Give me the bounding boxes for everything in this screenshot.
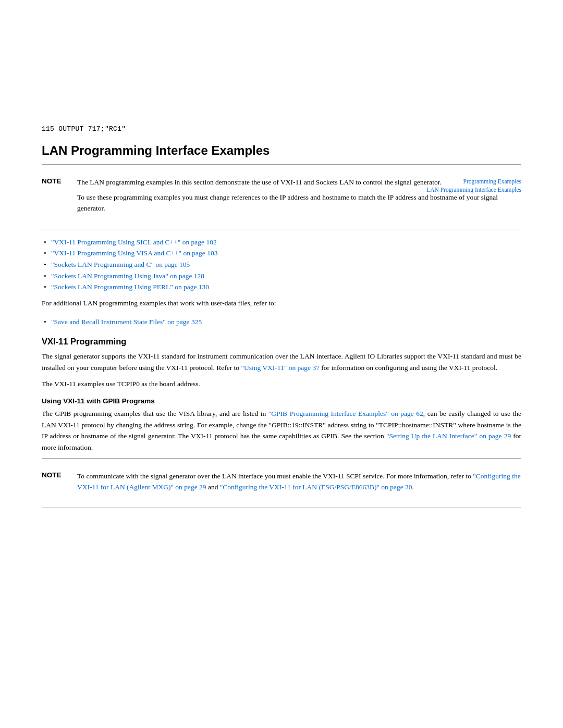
subsection-body1-end: for information on configuring and using… <box>320 364 497 372</box>
vxi11-link[interactable]: "Using VXI-11" on page 37 <box>241 364 320 372</box>
breadcrumb: Programming Examples LAN Programming Int… <box>426 177 521 194</box>
subsection-body1: The signal generator supports the VXI-11… <box>42 351 521 373</box>
divider-1 <box>42 164 521 165</box>
main-content: 115 OUTPUT 717;"RC1" LAN Programming Int… <box>0 94 563 547</box>
link-list: "VXI-11 Programming Using SICL and C++" … <box>42 237 521 293</box>
gpib-link1[interactable]: "GPIB Programming Interface Examples" on… <box>268 410 423 417</box>
note-box-2: NOTE To communicate with the signal gene… <box>42 466 521 502</box>
sub-subsection-title: Using VXI-11 with GPIB Programs <box>42 397 521 405</box>
divider-2 <box>42 229 521 229</box>
gpib-body: The GPIB programming examples that use t… <box>42 408 521 453</box>
code-line: 115 OUTPUT 717;"RC1" <box>42 125 521 133</box>
breadcrumb-level2: LAN Programming Interface Examples <box>426 186 521 194</box>
save-link[interactable]: "Save and Recall Instrument State Files"… <box>51 318 202 326</box>
for-additional-text: For additional LAN programming examples … <box>42 298 521 309</box>
list-item-5: "Sockets LAN Programming Using PERL" on … <box>42 281 521 293</box>
link-2[interactable]: "VXI-11 Programming Using VISA and C++" … <box>51 249 217 257</box>
note2-text-start: To communicate with the signal generator… <box>77 472 473 480</box>
note-label-1: NOTE <box>42 177 77 185</box>
gpib-link2[interactable]: "Setting Up the LAN Interface" on page 2… <box>386 432 511 440</box>
save-link-list: "Save and Recall Instrument State Files"… <box>42 316 521 328</box>
subsection-title: VXI-11 Programming <box>42 337 521 347</box>
list-item-2: "VXI-11 Programming Using VISA and C++" … <box>42 248 521 259</box>
link-3[interactable]: "Sockets LAN Programming and C" on page … <box>51 261 190 268</box>
note2-link2[interactable]: "Configuring the VXI-11 for LAN (ESG/PSG… <box>220 483 412 491</box>
page-title: LAN Programming Interface Examples <box>42 143 521 158</box>
page: Programming Examples LAN Programming Int… <box>0 94 563 728</box>
breadcrumb-level1: Programming Examples <box>426 177 521 186</box>
note-content-2: To communicate with the signal generator… <box>77 471 521 497</box>
note1-para2: To use these programming examples you mu… <box>77 192 521 214</box>
subsection-body2: The VXI-11 examples use TCPIP0 as the bo… <box>42 378 521 390</box>
note2-end: . <box>412 483 414 491</box>
divider-4 <box>42 508 521 508</box>
save-link-item: "Save and Recall Instrument State Files"… <box>42 316 521 328</box>
link-5[interactable]: "Sockets LAN Programming Using PERL" on … <box>51 283 209 291</box>
list-item-4: "Sockets LAN Programming Using Java" on … <box>42 270 521 282</box>
list-item-3: "Sockets LAN Programming and C" on page … <box>42 259 521 270</box>
note-label-2: NOTE <box>42 471 77 479</box>
gpib-body-start: The GPIB programming examples that use t… <box>42 410 268 417</box>
note2-mid: and <box>206 483 220 491</box>
divider-3 <box>42 458 521 459</box>
note2-para1: To communicate with the signal generator… <box>77 471 521 493</box>
link-1[interactable]: "VXI-11 Programming Using SICL and C++" … <box>51 238 217 246</box>
list-item-1: "VXI-11 Programming Using SICL and C++" … <box>42 237 521 248</box>
link-4[interactable]: "Sockets LAN Programming Using Java" on … <box>51 272 204 280</box>
